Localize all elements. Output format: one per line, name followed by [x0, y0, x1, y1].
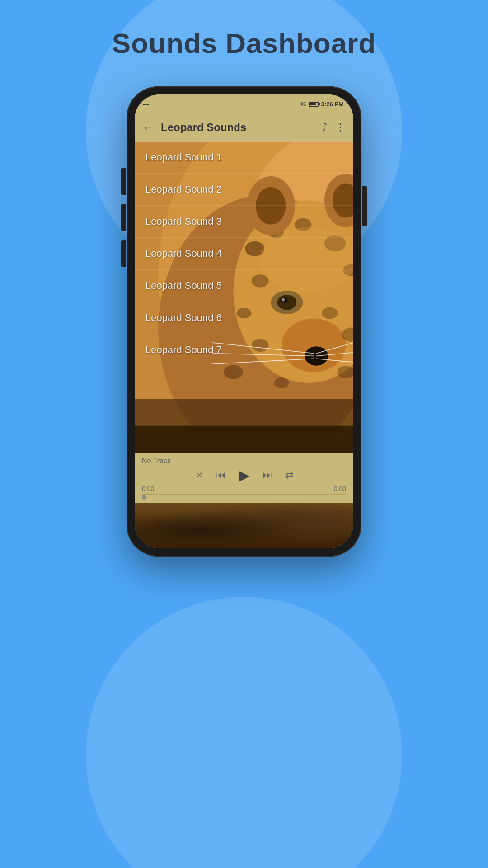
bg-circle-bottom — [86, 597, 402, 868]
clock: 3:26 PM — [321, 101, 343, 108]
battery-percent: % — [300, 101, 306, 108]
content-area: Leopard Sound 1Leopard Sound 2Leopard So… — [135, 142, 353, 453]
sound-item-label-7: Leopard Sound 7 — [145, 344, 222, 356]
sound-item-4[interactable]: Leopard Sound 4 — [135, 238, 353, 270]
sound-item-1[interactable]: Leopard Sound 1 — [135, 142, 353, 174]
bottom-image-inner — [135, 503, 353, 548]
app-bar: ← Leopard Sounds ⤴ ⋮ — [135, 113, 353, 142]
sound-item-label-5: Leopard Sound 5 — [145, 280, 222, 292]
time-start: 0:00 — [142, 485, 154, 492]
time-end: 0:00 — [334, 485, 346, 492]
more-button[interactable]: ⋮ — [335, 122, 345, 133]
signal-icon: ▪▪▪ — [143, 101, 149, 108]
shuffle-button[interactable]: ⤫ — [195, 470, 203, 480]
phone-screen: ▪▪▪ % 3:26 PM ← Leopard Sounds ⤴ ⋮ — [135, 94, 353, 548]
player-bar: No Track ⤫ ⏮ ▶ ⏭ ⇄ 0:00 0:00 — [135, 453, 353, 503]
status-right: % 3:26 PM — [300, 101, 343, 108]
app-bar-actions: ⤴ ⋮ — [322, 122, 345, 133]
sound-item-label-4: Leopard Sound 4 — [145, 248, 222, 259]
bottom-image-strip — [135, 503, 353, 548]
play-button[interactable]: ▶ — [239, 468, 250, 482]
page-title: Sounds Dashboard — [112, 27, 376, 59]
phone-frame: ▪▪▪ % 3:26 PM ← Leopard Sounds ⤴ ⋮ — [127, 86, 361, 557]
next-button[interactable]: ⏭ — [263, 470, 272, 480]
no-track-label: No Track — [142, 457, 346, 465]
share-button[interactable]: ⤴ — [322, 122, 327, 133]
sound-item-6[interactable]: Leopard Sound 6 — [135, 302, 353, 334]
player-time-row: 0:00 0:00 — [142, 485, 346, 492]
app-bar-title: Leopard Sounds — [161, 121, 322, 134]
progress-bar[interactable] — [142, 494, 346, 495]
sound-item-label-1: Leopard Sound 1 — [145, 151, 222, 163]
sound-item-label-3: Leopard Sound 3 — [145, 216, 222, 227]
status-bar: ▪▪▪ % 3:26 PM — [135, 94, 353, 113]
battery-icon — [309, 102, 319, 107]
sound-item-label-6: Leopard Sound 6 — [145, 312, 222, 324]
sound-list: Leopard Sound 1Leopard Sound 2Leopard So… — [135, 142, 353, 453]
repeat-button[interactable]: ⇄ — [285, 470, 293, 480]
status-left: ▪▪▪ — [143, 101, 149, 108]
progress-dot — [142, 495, 146, 500]
sound-item-7[interactable]: Leopard Sound 7 — [135, 334, 353, 366]
sound-item-label-2: Leopard Sound 2 — [145, 184, 222, 195]
player-controls: ⤫ ⏮ ▶ ⏭ ⇄ — [142, 468, 346, 482]
prev-button[interactable]: ⏮ — [216, 470, 226, 480]
sound-item-2[interactable]: Leopard Sound 2 — [135, 174, 353, 206]
back-button[interactable]: ← — [143, 121, 155, 135]
sound-item-3[interactable]: Leopard Sound 3 — [135, 206, 353, 238]
sound-item-5[interactable]: Leopard Sound 5 — [135, 270, 353, 302]
